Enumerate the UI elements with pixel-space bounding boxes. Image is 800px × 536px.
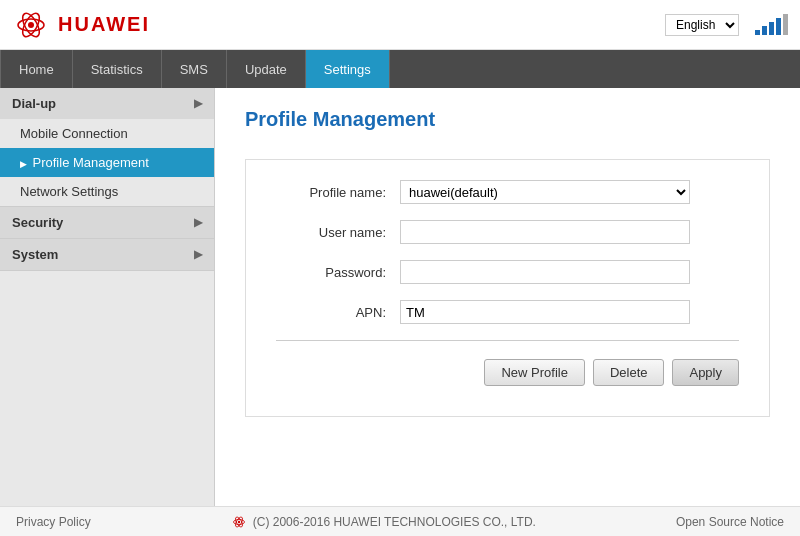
sidebar-system-expand-icon: ▶ bbox=[194, 248, 202, 261]
footer: Privacy Policy (C) 2006-2016 HUAWEI TECH… bbox=[0, 506, 800, 536]
nav-item-statistics[interactable]: Statistics bbox=[73, 50, 162, 88]
content-area: Dial-up ▶ Mobile Connection Profile Mana… bbox=[0, 88, 800, 506]
profile-name-row: Profile name: huawei(default) bbox=[276, 180, 739, 204]
sidebar-section-security: Security ▶ bbox=[0, 207, 214, 239]
sidebar-expand-icon: ▶ bbox=[194, 97, 202, 110]
delete-button[interactable]: Delete bbox=[593, 359, 665, 386]
nav-item-update[interactable]: Update bbox=[227, 50, 306, 88]
password-label: Password: bbox=[276, 265, 386, 280]
form-divider bbox=[276, 340, 739, 341]
profile-management-form: Profile name: huawei(default) User name:… bbox=[245, 159, 770, 417]
username-row: User name: bbox=[276, 220, 739, 244]
sidebar-section-dialup: Dial-up ▶ Mobile Connection Profile Mana… bbox=[0, 88, 214, 207]
password-input[interactable] bbox=[400, 260, 690, 284]
open-source-link[interactable]: Open Source Notice bbox=[676, 515, 784, 529]
page-title: Profile Management bbox=[245, 108, 770, 139]
sidebar-item-mobile-connection[interactable]: Mobile Connection bbox=[0, 119, 214, 148]
sidebar-header-system[interactable]: System ▶ bbox=[0, 239, 214, 270]
footer-center: (C) 2006-2016 HUAWEI TECHNOLOGIES CO., L… bbox=[231, 514, 536, 530]
profile-name-select[interactable]: huawei(default) bbox=[400, 180, 690, 204]
svg-point-3 bbox=[28, 22, 34, 28]
username-label: User name: bbox=[276, 225, 386, 240]
top-right-area: English bbox=[665, 14, 788, 36]
signal-bar-5 bbox=[783, 14, 788, 35]
nav-bar: Home Statistics SMS Update Settings bbox=[0, 50, 800, 88]
signal-bar-2 bbox=[762, 26, 767, 35]
language-select[interactable]: English bbox=[665, 14, 739, 36]
nav-item-settings[interactable]: Settings bbox=[306, 50, 390, 88]
apn-row: APN: bbox=[276, 300, 739, 324]
sidebar-header-dialup-label: Dial-up bbox=[12, 96, 56, 111]
main-content: Profile Management Profile name: huawei(… bbox=[215, 88, 800, 506]
sidebar-header-security-label: Security bbox=[12, 215, 63, 230]
signal-bar-3 bbox=[769, 22, 774, 35]
top-bar: HUAWEI English bbox=[0, 0, 800, 50]
sidebar-header-system-label: System bbox=[12, 247, 58, 262]
footer-copyright: (C) 2006-2016 HUAWEI TECHNOLOGIES CO., L… bbox=[253, 515, 536, 529]
huawei-logo-icon bbox=[12, 6, 50, 44]
profile-name-label: Profile name: bbox=[276, 185, 386, 200]
apply-button[interactable]: Apply bbox=[672, 359, 739, 386]
apn-label: APN: bbox=[276, 305, 386, 320]
signal-bar-1 bbox=[755, 30, 760, 35]
sidebar-item-profile-management[interactable]: Profile Management bbox=[0, 148, 214, 177]
sidebar: Dial-up ▶ Mobile Connection Profile Mana… bbox=[0, 88, 215, 506]
logo-area: HUAWEI bbox=[12, 6, 150, 44]
footer-logo-icon bbox=[231, 514, 247, 530]
new-profile-button[interactable]: New Profile bbox=[484, 359, 584, 386]
signal-bar-4 bbox=[776, 18, 781, 35]
privacy-policy-link[interactable]: Privacy Policy bbox=[16, 515, 91, 529]
nav-item-sms[interactable]: SMS bbox=[162, 50, 227, 88]
signal-indicator bbox=[755, 15, 788, 35]
apn-input[interactable] bbox=[400, 300, 690, 324]
sidebar-item-network-settings[interactable]: Network Settings bbox=[0, 177, 214, 206]
sidebar-header-security[interactable]: Security ▶ bbox=[0, 207, 214, 238]
brand-name: HUAWEI bbox=[58, 13, 150, 36]
sidebar-header-dialup[interactable]: Dial-up ▶ bbox=[0, 88, 214, 119]
sidebar-section-system: System ▶ bbox=[0, 239, 214, 271]
password-row: Password: bbox=[276, 260, 739, 284]
username-input[interactable] bbox=[400, 220, 690, 244]
sidebar-security-expand-icon: ▶ bbox=[194, 216, 202, 229]
nav-item-home[interactable]: Home bbox=[0, 50, 73, 88]
svg-point-7 bbox=[238, 520, 240, 522]
button-row: New Profile Delete Apply bbox=[276, 359, 739, 386]
